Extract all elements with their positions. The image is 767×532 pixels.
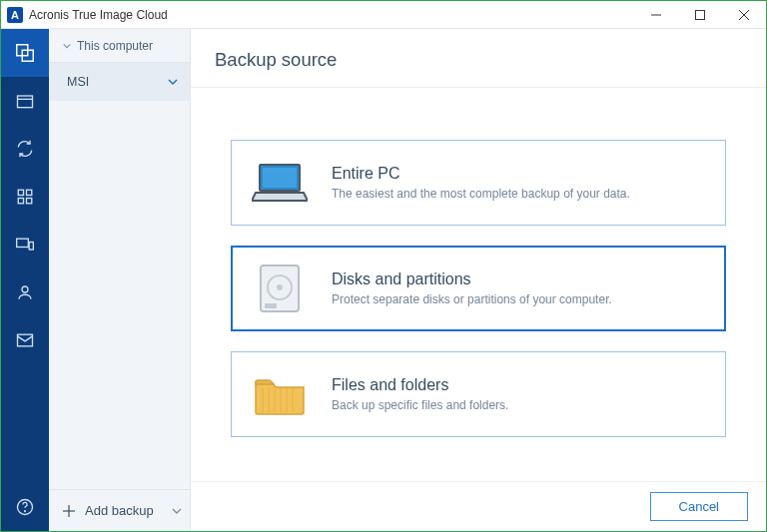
nav-rail xyxy=(1,29,49,531)
sidebar-group-label: This computer xyxy=(77,39,153,53)
chevron-down-icon xyxy=(168,77,178,87)
main-panel: Backup source Entire PC The easiest and … xyxy=(191,29,766,531)
svg-rect-21 xyxy=(263,168,297,188)
footer: Cancel xyxy=(191,481,766,531)
nav-dashboard[interactable] xyxy=(1,173,49,221)
option-desc: Protect separate disks or partitions of … xyxy=(332,292,612,306)
devices-icon xyxy=(15,235,35,255)
chevron-down-icon xyxy=(63,42,71,50)
sidebar-group-header[interactable]: This computer xyxy=(49,29,190,63)
archive-icon xyxy=(15,91,35,111)
nav-sync[interactable] xyxy=(1,125,49,173)
nav-feedback[interactable] xyxy=(1,316,49,364)
sidebar-item-label: MSI xyxy=(67,75,89,89)
app-window: A Acronis True Image Cloud xyxy=(0,0,767,532)
nav-help[interactable] xyxy=(1,483,49,531)
svg-rect-1 xyxy=(696,10,705,19)
nav-archive[interactable] xyxy=(1,77,49,125)
svg-point-17 xyxy=(25,511,26,512)
window-title: Acronis True Image Cloud xyxy=(29,8,168,22)
option-disks-partitions[interactable]: Disks and partitions Protect separate di… xyxy=(231,246,726,331)
help-icon xyxy=(15,497,35,517)
nav-account[interactable] xyxy=(1,268,49,316)
sidebar-item-msi[interactable]: MSI xyxy=(49,63,190,101)
maximize-button[interactable] xyxy=(678,1,722,29)
backup-source-options: Entire PC The easiest and the most compl… xyxy=(191,88,766,481)
svg-rect-15 xyxy=(18,334,33,346)
option-desc: The easiest and the most complete backup… xyxy=(332,187,630,201)
sync-icon xyxy=(15,139,35,159)
minimize-button[interactable] xyxy=(634,1,678,29)
grid-icon xyxy=(16,188,34,206)
backup-icon xyxy=(14,42,36,64)
option-title: Disks and partitions xyxy=(332,270,612,288)
svg-rect-13 xyxy=(29,243,33,251)
person-icon xyxy=(16,283,34,301)
window-controls xyxy=(634,1,766,29)
laptop-icon xyxy=(252,157,308,209)
option-title: Files and folders xyxy=(332,376,508,394)
page-title: Backup source xyxy=(191,29,766,88)
disk-icon xyxy=(252,263,308,314)
nav-devices[interactable] xyxy=(1,221,49,268)
plus-icon xyxy=(63,505,75,517)
svg-rect-6 xyxy=(18,96,33,108)
add-backup-label: Add backup xyxy=(85,503,154,518)
option-title: Entire PC xyxy=(332,165,630,183)
mail-icon xyxy=(15,330,35,350)
svg-rect-9 xyxy=(27,190,32,195)
nav-backup[interactable] xyxy=(1,29,49,77)
svg-rect-11 xyxy=(27,199,32,204)
body: This computer MSI Add backup Back xyxy=(1,29,766,531)
cancel-button[interactable]: Cancel xyxy=(650,492,748,521)
chevron-down-icon xyxy=(172,506,182,516)
option-files-folders[interactable]: Files and folders Back up specific files… xyxy=(231,351,726,437)
option-desc: Back up specific files and folders. xyxy=(332,398,508,412)
folder-icon xyxy=(252,368,308,420)
close-button[interactable] xyxy=(722,1,766,29)
titlebar: A Acronis True Image Cloud xyxy=(1,1,766,29)
svg-point-14 xyxy=(22,286,28,292)
add-backup-button[interactable]: Add backup xyxy=(49,489,190,531)
option-entire-pc[interactable]: Entire PC The easiest and the most compl… xyxy=(231,140,726,226)
backup-list-sidebar: This computer MSI Add backup xyxy=(49,29,191,531)
app-icon: A xyxy=(7,7,23,23)
svg-rect-12 xyxy=(17,239,29,247)
svg-rect-10 xyxy=(18,199,23,204)
svg-rect-8 xyxy=(18,190,23,195)
svg-point-24 xyxy=(277,284,283,290)
svg-rect-25 xyxy=(265,303,277,308)
